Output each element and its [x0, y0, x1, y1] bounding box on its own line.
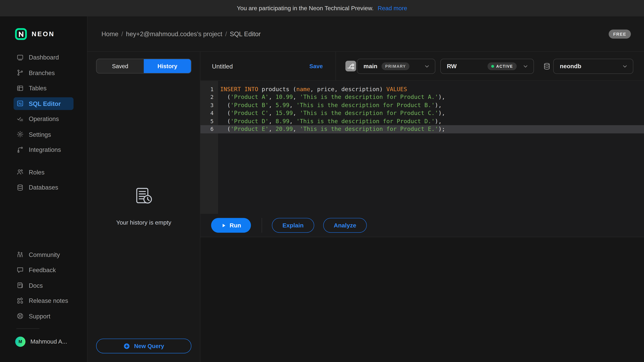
sidebar-item-roles[interactable]: Roles — [0, 164, 87, 180]
sidebar-item-community[interactable]: Community — [0, 247, 87, 262]
sidebar-divider — [16, 328, 40, 329]
breadcrumb-separator: / — [225, 30, 227, 37]
sidebar-item-label: SQL Editor — [29, 100, 61, 107]
active-status-dot — [491, 65, 494, 67]
banner-text: You are participating in the Neon Techni… — [237, 5, 374, 11]
sidebar-item-databases[interactable]: Databases — [0, 180, 87, 195]
database-icon — [543, 62, 551, 70]
run-button[interactable]: Run — [211, 218, 251, 233]
active-badge-label: ACTIVE — [496, 64, 513, 68]
plan-badge: FREE — [608, 29, 631, 38]
history-tabs: SavedHistory — [96, 59, 191, 73]
sql-editor-icon — [16, 100, 24, 107]
sidebar-item-feedback[interactable]: Feedback — [0, 262, 87, 278]
sidebar-spacer — [0, 195, 87, 247]
code-line-text: ('Product B', 5.99, 'This is the descrip… — [218, 101, 442, 109]
sql-editor-panel: Untitled Save — [200, 52, 644, 362]
chevron-down-icon — [522, 63, 528, 69]
sidebar-item-branches[interactable]: Branches — [0, 65, 87, 80]
line-number: 4 — [200, 109, 218, 117]
tab-saved[interactable]: Saved — [96, 59, 144, 73]
sidebar-item-label: Feedback — [29, 267, 56, 274]
code-line-text: ('Product A', 10.99, 'This is the descri… — [218, 93, 445, 101]
compute-select[interactable]: RW ACTIVE — [440, 58, 534, 74]
read-more-link[interactable]: Read more — [378, 5, 407, 11]
query-title[interactable]: Untitled — [212, 62, 233, 69]
editor-header: Untitled Save — [200, 52, 644, 81]
breadcrumb: Home / hey+2@mahmoud.codes's project / S… — [102, 30, 261, 37]
branch-name: main — [364, 63, 377, 69]
play-icon — [221, 223, 226, 228]
breadcrumb-current-page: SQL Editor — [230, 30, 260, 37]
sidebar-item-label: Docs — [29, 282, 43, 289]
save-button[interactable]: Save — [310, 63, 323, 69]
sidebar-item-support[interactable]: Support — [0, 308, 87, 324]
sidebar-item-label: Dashboard — [29, 54, 59, 61]
sidebar-item-tables[interactable]: Tables — [0, 80, 87, 96]
user-name: Mahmoud A... — [30, 338, 67, 345]
code-line-1[interactable]: 1INSERT INTO products (name, price, desc… — [200, 85, 644, 93]
sidebar-item-dashboard[interactable]: Dashboard — [0, 50, 87, 65]
sidebar-item-label: Community — [29, 251, 60, 258]
sidebar-item-label: Databases — [29, 184, 58, 191]
sidebar-item-sql-editor[interactable]: SQL Editor — [14, 97, 74, 110]
brand-wordmark: NEON — [32, 30, 55, 38]
plus-circle-icon — [124, 343, 130, 350]
code-line-3[interactable]: 3 ('Product B', 5.99, 'This is the descr… — [200, 101, 644, 109]
breadcrumb-separator: / — [121, 30, 123, 37]
line-number: 1 — [200, 85, 218, 93]
branch-select[interactable]: main PRIMARY — [357, 58, 435, 74]
sidebar-item-operations[interactable]: Operations — [0, 111, 87, 127]
docs-icon — [16, 282, 24, 289]
code-line-2[interactable]: 2 ('Product A', 10.99, 'This is the desc… — [200, 93, 644, 101]
history-panel: SavedHistory Your history is empty — [88, 52, 200, 362]
integrations-icon — [16, 146, 24, 153]
line-number: 5 — [200, 117, 218, 125]
community-icon — [16, 251, 24, 258]
code-line-text: ('Product C', 15.99, 'This is the descri… — [218, 109, 445, 117]
code-line-6[interactable]: 6 ('Product E', 20.99, 'This is the desc… — [200, 125, 644, 133]
analyze-button[interactable]: Analyze — [323, 218, 367, 233]
run-label: Run — [230, 222, 241, 229]
databases-icon — [16, 184, 24, 191]
new-query-button[interactable]: New Query — [96, 339, 191, 353]
primary-badge: PRIMARY — [382, 62, 410, 70]
user-menu[interactable]: M Mahmoud A... — [15, 331, 87, 352]
breadcrumb-project[interactable]: hey+2@mahmoud.codes's project — [126, 30, 222, 37]
code-line-5[interactable]: 5 ('Product D', 8.99, 'This is the descr… — [200, 117, 644, 125]
line-number: 3 — [200, 101, 218, 109]
line-number: 6 — [200, 125, 218, 133]
avatar: M — [15, 336, 26, 347]
sidebar-item-label: Tables — [29, 85, 46, 92]
sidebar-item-label: Branches — [29, 69, 55, 76]
neon-console: You are participating in the Neon Techni… — [0, 0, 644, 362]
history-empty-state: Your history is empty — [88, 73, 200, 339]
code-editor[interactable]: 1INSERT INTO products (name, price, desc… — [200, 81, 644, 214]
tab-history[interactable]: History — [144, 59, 191, 73]
dashboard-icon — [16, 54, 24, 61]
actions-divider — [262, 218, 262, 233]
neon-logo[interactable]: NEON — [15, 27, 87, 41]
editor-toolbar: main PRIMARY RW ACTIVE — [336, 52, 644, 80]
compute-name: RW — [447, 63, 457, 69]
code-rows: 1INSERT INTO products (name, price, desc… — [200, 85, 644, 133]
explain-button[interactable]: Explain — [272, 218, 314, 233]
release-notes-icon — [16, 297, 24, 304]
sidebar-item-release-notes[interactable]: Release notes — [0, 293, 87, 309]
breadcrumb-home[interactable]: Home — [102, 30, 118, 37]
history-empty-icon — [133, 186, 154, 208]
sidebar-nav-footer: CommunityFeedbackDocsRelease notesSuppor… — [0, 247, 87, 324]
tables-icon — [16, 84, 24, 92]
active-badge: ACTIVE — [488, 62, 516, 70]
database-select[interactable]: neondb — [553, 58, 634, 74]
sidebar-item-settings[interactable]: Settings — [0, 127, 87, 142]
branch-diagram-button[interactable] — [346, 61, 356, 71]
new-query-label: New Query — [134, 343, 164, 349]
sidebar-item-docs[interactable]: Docs — [0, 278, 87, 293]
sidebar-item-integrations[interactable]: Integrations — [0, 142, 87, 157]
sidebar-nav-secondary: RolesDatabases — [0, 164, 87, 195]
sidebar-item-label: Operations — [29, 115, 59, 122]
code-line-text: ('Product D', 8.99, 'This is the descrip… — [218, 117, 442, 125]
sidebar-item-label: Release notes — [29, 297, 68, 304]
code-line-4[interactable]: 4 ('Product C', 15.99, 'This is the desc… — [200, 109, 644, 117]
